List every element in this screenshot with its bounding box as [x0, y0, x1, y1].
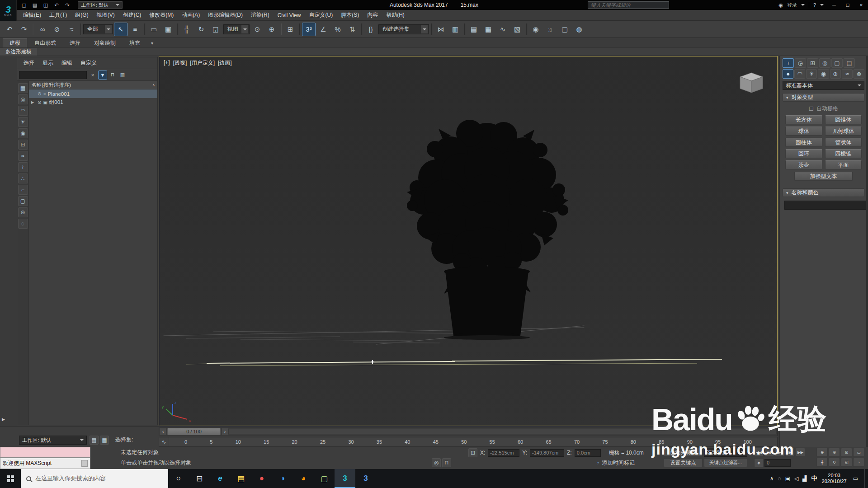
cortana-icon[interactable]: ○: [168, 469, 189, 488]
3dsmax-logo[interactable]: 3 MAX: [0, 0, 17, 21]
geometry-subcategory-dropdown[interactable]: 标准基本体: [783, 81, 864, 90]
shapes-category[interactable]: ◠: [794, 69, 805, 79]
systems-category[interactable]: ⊚: [854, 69, 864, 79]
select-and-scale-icon[interactable]: ◱: [209, 23, 222, 36]
scene-row-1[interactable]: ⊙○Plane001: [29, 89, 157, 98]
menu-item-13[interactable]: 内容: [363, 10, 382, 20]
object-name-input[interactable]: [784, 201, 868, 210]
curve-editor-icon[interactable]: ∿: [496, 23, 509, 36]
scene-row-2[interactable]: ▶⊙▣组001: [29, 98, 157, 107]
toggle-container-explorer-icon[interactable]: ▦: [100, 436, 109, 445]
display-tab[interactable]: ▢: [831, 58, 843, 68]
panel-scrollbar[interactable]: [866, 56, 868, 447]
previous-frame-button[interactable]: ◀: [764, 448, 774, 457]
sign-in-label[interactable]: 登录: [787, 2, 797, 9]
previous-frame-arrow[interactable]: ‹: [160, 428, 166, 435]
ribbon-toggle-icon[interactable]: ▦: [481, 23, 495, 36]
spacewarps-category[interactable]: ≈: [842, 69, 853, 79]
tray-expand-icon[interactable]: ∧: [770, 475, 774, 482]
object-type-rollout-header[interactable]: ▾ 对象类型: [783, 93, 864, 102]
polygon-modeling-panel-tab[interactable]: 多边形建模: [0, 48, 37, 56]
autogrid-checkbox[interactable]: ☐: [809, 106, 814, 112]
rectangular-selection-region-icon[interactable]: ▭: [147, 23, 160, 36]
maxscript-macro-recorder[interactable]: [0, 447, 90, 458]
set-key-button[interactable]: 设置关键点: [664, 458, 703, 467]
object-type-button-5[interactable]: 圆柱体: [785, 138, 822, 147]
ribbon-tab-3[interactable]: 选择: [63, 38, 87, 47]
align-icon[interactable]: ▥: [448, 23, 462, 36]
use-pivot-center-icon[interactable]: ⊙: [250, 23, 264, 36]
maximize-viewport-icon[interactable]: ◱: [841, 458, 852, 467]
next-frame-button[interactable]: ▶: [785, 448, 795, 457]
select-and-manipulate-icon[interactable]: ⊕: [265, 23, 278, 36]
isolate-selection-icon[interactable]: ◎: [432, 458, 441, 467]
key-mode-toggle-icon[interactable]: ◈: [754, 458, 764, 467]
go-to-start-button[interactable]: ◀◀: [754, 448, 764, 457]
open-file-icon[interactable]: ▤: [30, 1, 40, 9]
create-tab[interactable]: +: [783, 58, 794, 68]
object-type-button-9[interactable]: 茶壶: [785, 160, 822, 169]
selection-filter-dropdown[interactable]: 全部: [83, 24, 113, 34]
edge-icon[interactable]: e: [210, 469, 231, 488]
mini-curve-editor-icon[interactable]: ∿: [159, 437, 169, 446]
zoom-icon[interactable]: ⊕: [816, 448, 828, 457]
maximize-button[interactable]: □: [841, 0, 854, 10]
menu-item-14[interactable]: 帮助(H): [382, 10, 409, 20]
redo-small-icon[interactable]: ↷: [62, 1, 72, 9]
filter-ik-icon[interactable]: ⌐: [18, 185, 28, 195]
volume-icon[interactable]: ◁: [794, 475, 798, 482]
helpers-category[interactable]: ⊕: [830, 69, 841, 79]
minimize-button[interactable]: ─: [827, 0, 841, 10]
column-chooser-icon[interactable]: ▥: [118, 70, 127, 80]
rendered-frame-window-icon[interactable]: ▢: [558, 23, 571, 36]
menu-item-3[interactable]: 组(G): [71, 10, 92, 20]
viewport-menu-shading[interactable]: [边面]: [218, 59, 232, 67]
filter-cameras-icon[interactable]: ◉: [18, 128, 28, 138]
save-file-icon[interactable]: ◫: [41, 1, 51, 9]
taskbar-clock[interactable]: 20:03 2020/10/27: [822, 473, 847, 484]
help-icon[interactable]: ?: [813, 2, 816, 8]
filter-shapes-icon[interactable]: ◠: [18, 106, 28, 116]
menu-item-6[interactable]: 修改器(M): [145, 10, 178, 20]
percent-snap-icon[interactable]: %: [331, 23, 344, 36]
menu-item-4[interactable]: 视图(V): [93, 10, 119, 20]
ribbon-options-icon[interactable]: ▾: [147, 38, 157, 47]
key-filters-button[interactable]: 关键点过滤器...: [704, 458, 747, 467]
menu-item-1[interactable]: 编辑(E): [19, 10, 45, 20]
filter-spacewarps-icon[interactable]: ≈: [18, 151, 28, 161]
select-and-link-icon[interactable]: ∞: [36, 23, 49, 36]
window-crossing-icon[interactable]: ▣: [161, 23, 175, 36]
filter-combined-icon[interactable]: ▦: [18, 83, 28, 93]
shield-icon[interactable]: ▣: [785, 475, 790, 482]
object-type-button-2[interactable]: 圆锥体: [825, 115, 862, 124]
explorer-menu-2[interactable]: 显示: [39, 59, 57, 67]
filter-objects-icon[interactable]: ▢: [18, 196, 28, 206]
material-editor-icon[interactable]: ◉: [529, 23, 542, 36]
browser-red-icon[interactable]: ●: [251, 469, 272, 488]
object-type-button-3[interactable]: 球体: [785, 127, 822, 136]
filter-hidden-icon[interactable]: ◌: [18, 219, 28, 229]
sogou-browser-icon[interactable]: ◑: [272, 469, 293, 488]
workspace-switcher-dropdown[interactable]: 工作区: 默认: [19, 436, 87, 445]
unlink-selection-icon[interactable]: ⊘: [50, 23, 64, 36]
filter-geometry-icon[interactable]: ◎: [18, 94, 28, 104]
menu-item-9[interactable]: 渲染(R): [247, 10, 274, 20]
object-type-button-7[interactable]: 圆环: [785, 149, 822, 158]
reference-coordinate-dropdown[interactable]: 视图: [223, 24, 250, 34]
x-coordinate-field[interactable]: -22.515cm: [488, 449, 519, 457]
collapse-all-icon[interactable]: ∧: [152, 83, 155, 87]
bind-to-space-warp-icon[interactable]: ≈: [65, 23, 78, 36]
filter-lights-icon[interactable]: ☀: [18, 117, 28, 127]
toggle-layer-explorer-icon[interactable]: ▤: [90, 436, 99, 445]
select-by-name-icon[interactable]: ≡: [128, 23, 142, 36]
utilities-tab[interactable]: ▤: [844, 58, 855, 68]
viewport-menu-style[interactable]: [用户定义]: [190, 59, 215, 67]
row-expander-icon[interactable]: ▶: [31, 100, 36, 104]
3dsmax-icon[interactable]: 3: [335, 469, 355, 488]
network-icon[interactable]: ▟: [802, 475, 807, 482]
modify-tab[interactable]: ◶: [795, 58, 806, 68]
action-center-icon[interactable]: ▭: [851, 475, 860, 482]
object-type-button-11[interactable]: 加强型文本: [794, 172, 853, 181]
filter-funnel-icon[interactable]: ▼: [98, 70, 107, 80]
lock-explorer-icon[interactable]: ⊓: [108, 70, 117, 80]
